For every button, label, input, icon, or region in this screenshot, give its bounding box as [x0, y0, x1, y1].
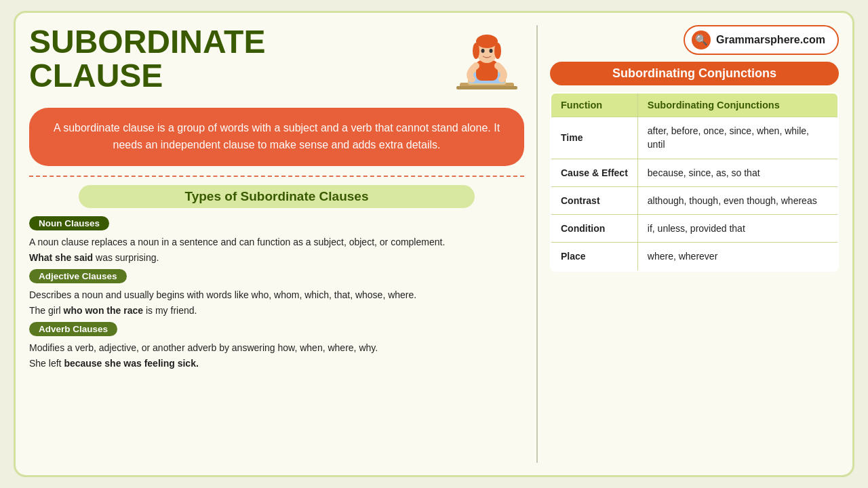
noun-clause-example: What she said was surprising. — [29, 251, 524, 265]
svg-point-6 — [476, 35, 498, 48]
adverb-clause-example: She left because she was feeling sick. — [29, 357, 524, 371]
row-conj-condition: if, unless, provided that — [637, 215, 838, 243]
title-block: SUBORDINATE CLAUSE — [29, 25, 443, 94]
header-row: SUBORDINATE CLAUSE — [29, 25, 524, 100]
person-illustration — [450, 25, 524, 100]
table-row: Time after, before, once, since, when, w… — [551, 117, 838, 159]
adjective-clause-badge: Adjective Clauses — [29, 269, 127, 283]
col-header-function: Function — [551, 93, 637, 117]
left-panel: SUBORDINATE CLAUSE — [29, 25, 524, 463]
svg-point-9 — [481, 49, 485, 53]
noun-clause-section: Noun Clauses A noun clause replaces a no… — [29, 216, 524, 265]
svg-point-8 — [494, 43, 501, 59]
col-header-conjunctions: Subordinating Conjunctions — [637, 93, 838, 117]
clause-types-list: Noun Clauses A noun clause replaces a no… — [29, 216, 524, 375]
search-icon: 🔍 — [692, 30, 711, 49]
row-conj-contrast: although, though, even though, whereas — [637, 186, 838, 214]
table-row: Contrast although, though, even though, … — [551, 186, 838, 214]
row-conj-place: where, wherever — [637, 243, 838, 271]
table-header-row: Function Subordinating Conjunctions — [551, 93, 838, 117]
table-row: Condition if, unless, provided that — [551, 215, 838, 243]
conjunctions-section-title: Subordinating Conjunctions — [550, 62, 839, 85]
row-function-contrast: Contrast — [551, 186, 637, 214]
main-card: SUBORDINATE CLAUSE — [14, 11, 854, 477]
svg-point-7 — [473, 43, 479, 59]
types-title: Types of Subordinate Clauses — [79, 185, 475, 208]
page-title: SUBORDINATE CLAUSE — [29, 25, 443, 94]
row-conj-cause-effect: because, since, as, so that — [637, 159, 838, 186]
row-function-condition: Condition — [551, 215, 637, 243]
site-badge: 🔍 Grammarsphere.com — [684, 25, 839, 55]
svg-rect-1 — [456, 86, 517, 89]
vertical-divider — [536, 25, 538, 463]
section-divider — [29, 176, 524, 177]
table-row: Cause & Effect because, since, as, so th… — [551, 159, 838, 186]
table-row: Place where, wherever — [551, 243, 838, 271]
row-conj-time: after, before, once, since, when, while,… — [637, 117, 838, 159]
adverb-clause-badge: Adverb Clauses — [29, 322, 117, 336]
row-function-cause-effect: Cause & Effect — [551, 159, 637, 186]
site-name: Grammarsphere.com — [716, 34, 825, 46]
adjective-clause-desc: Describes a noun and usually begins with… — [29, 288, 524, 302]
row-function-place: Place — [551, 243, 637, 271]
adverb-clause-section: Adverb Clauses Modifies a verb, adjectiv… — [29, 322, 524, 371]
right-panel: 🔍 Grammarsphere.com Subordinating Conjun… — [550, 25, 839, 463]
adjective-clause-section: Adjective Clauses Describes a noun and u… — [29, 269, 524, 318]
noun-clause-desc: A noun clause replaces a noun in a sente… — [29, 235, 524, 249]
conjunctions-table: Function Subordinating Conjunctions Time… — [550, 92, 839, 272]
adverb-clause-desc: Modifies a verb, adjective, or another a… — [29, 341, 524, 355]
definition-box: A subordinate clause is a group of words… — [29, 108, 524, 166]
row-function-time: Time — [551, 117, 637, 159]
svg-point-10 — [490, 49, 493, 53]
adjective-clause-example: The girl who won the race is my friend. — [29, 304, 524, 318]
svg-rect-4 — [476, 60, 498, 81]
noun-clause-badge: Noun Clauses — [29, 216, 109, 230]
